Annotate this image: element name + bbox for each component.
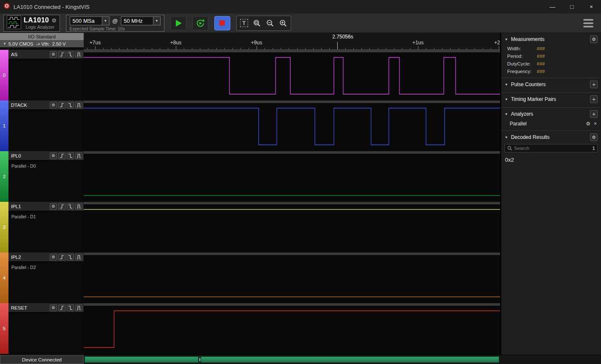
close-button[interactable]: × bbox=[582, 0, 601, 14]
sample-rate-select[interactable]: 50 MHz ▼ bbox=[121, 16, 161, 25]
trigger-rising-edge-button[interactable] bbox=[58, 254, 66, 261]
minimize-button[interactable]: — bbox=[543, 0, 562, 14]
stop-button[interactable] bbox=[214, 16, 230, 30]
channel-settings-gear-icon[interactable]: ⚙ bbox=[50, 51, 57, 58]
ruler-minor-tick bbox=[216, 48, 217, 49]
collapse-triangle-icon[interactable]: ▼ bbox=[505, 136, 508, 139]
measurement-row: Period:### bbox=[501, 52, 601, 60]
ruler-minor-tick bbox=[369, 48, 370, 49]
analyzer-remove-icon[interactable]: × bbox=[594, 121, 597, 127]
channel-color-strip[interactable]: 5 bbox=[0, 303, 8, 354]
zoom-in-button[interactable] bbox=[277, 17, 290, 30]
chevron-down-icon[interactable]: ▼ bbox=[153, 17, 160, 25]
trigger-pulse-button[interactable] bbox=[75, 304, 82, 311]
waveform-row-as[interactable] bbox=[84, 50, 500, 101]
ruler-minor-tick bbox=[103, 48, 104, 49]
channel-settings-gear-icon[interactable]: ⚙ bbox=[50, 304, 57, 311]
channel-settings-gear-icon[interactable]: ⚙ bbox=[50, 254, 57, 261]
view-position-handle[interactable] bbox=[198, 357, 201, 362]
channel-color-strip[interactable]: 2 bbox=[0, 151, 8, 202]
trigger-falling-edge-button[interactable] bbox=[67, 304, 74, 311]
collapse-triangle-icon[interactable]: ▼ bbox=[505, 83, 508, 87]
analyzer-settings-gear-icon[interactable]: ⚙ bbox=[586, 121, 590, 127]
trigger-rising-edge-button[interactable] bbox=[58, 203, 66, 210]
channel-settings-gear-icon[interactable]: ⚙ bbox=[50, 102, 57, 109]
measurements-settings-gear-icon[interactable]: ⚙ bbox=[590, 35, 598, 43]
trigger-rising-edge-button[interactable] bbox=[58, 304, 66, 311]
io-standard-header[interactable]: I/O Standard bbox=[0, 33, 84, 40]
add-timing-marker-pair-button[interactable]: + bbox=[590, 95, 598, 103]
trigger-pulse-button[interactable] bbox=[75, 254, 82, 261]
add-analyzer-button[interactable]: + bbox=[590, 110, 598, 118]
channel-subtitle: Parallel - D2 bbox=[11, 265, 84, 270]
stop-square-icon bbox=[219, 20, 225, 26]
trigger-rising-edge-button[interactable] bbox=[58, 152, 66, 159]
pulse-counters-header: ▼ Pulse Counters + bbox=[501, 78, 601, 90]
measurement-label: Width: bbox=[507, 46, 537, 51]
device-name: LA1010 bbox=[24, 16, 49, 24]
capture-overview-bar[interactable] bbox=[85, 356, 499, 363]
channel-color-strip[interactable]: 3 bbox=[0, 202, 8, 253]
ruler-label: +7us bbox=[90, 40, 101, 46]
waveform-row-reset[interactable] bbox=[84, 303, 500, 354]
trigger-falling-edge-button[interactable] bbox=[67, 102, 74, 109]
io-standard-value[interactable]: ▼5.0V CMOS -> Vth: 2.50 V bbox=[0, 40, 84, 47]
logic-waveform-icon bbox=[7, 16, 21, 31]
trigger-pulse-button[interactable] bbox=[75, 102, 82, 109]
device-texts: LA1010 ⚙ Logic Analyzer bbox=[24, 16, 57, 30]
waveform-row-ipl2[interactable] bbox=[84, 253, 500, 303]
add-pulse-counter-button[interactable]: + bbox=[590, 81, 598, 88]
ruler-major-tick bbox=[499, 46, 499, 49]
waveform-row-dtack[interactable] bbox=[84, 101, 500, 151]
ruler-major-tick bbox=[176, 46, 176, 49]
decoded-result-item[interactable]: 0x2 bbox=[501, 152, 601, 163]
trigger-falling-edge-button[interactable] bbox=[67, 254, 74, 261]
waveform-row-ipl0[interactable] bbox=[84, 151, 500, 202]
menu-bar-icon bbox=[583, 22, 593, 24]
trigger-falling-edge-button[interactable] bbox=[67, 152, 74, 159]
channel-settings-gear-icon[interactable]: ⚙ bbox=[50, 203, 57, 210]
trigger-rising-edge-button[interactable] bbox=[58, 51, 66, 58]
trigger-falling-edge-button[interactable] bbox=[67, 51, 74, 58]
measurements-section: ▼ Measurements ⚙ Width:###Period:###Duty… bbox=[501, 33, 601, 78]
trigger-rising-edge-button[interactable] bbox=[58, 102, 66, 109]
measurement-row: Frequency:### bbox=[501, 68, 601, 75]
device-settings-gear-icon[interactable]: ⚙ bbox=[52, 17, 57, 24]
collapse-triangle-icon[interactable]: ▼ bbox=[505, 98, 508, 101]
trigger-falling-edge-button[interactable] bbox=[67, 203, 74, 210]
trigger-pulse-button[interactable] bbox=[75, 203, 82, 210]
channel-color-strip[interactable]: 4 bbox=[0, 253, 8, 303]
sample-config-box: 500 MSa ▼ @ 50 MHz ▼ Expected Sample Tim… bbox=[66, 15, 164, 32]
channel-color-strip[interactable]: 1 bbox=[0, 101, 8, 151]
collapse-triangle-icon[interactable]: ▼ bbox=[505, 38, 508, 41]
zoom-out-button[interactable] bbox=[264, 17, 277, 30]
channel-name: DTACK bbox=[10, 103, 49, 108]
chevron-down-icon[interactable]: ▼ bbox=[102, 17, 109, 25]
repeated-run-button[interactable] bbox=[192, 16, 208, 30]
time-ruler[interactable]: +7us+8us+9us2.75056s+1us+2 bbox=[84, 33, 500, 50]
maximize-button[interactable]: □ bbox=[562, 0, 582, 14]
trigger-pulse-button[interactable] bbox=[75, 51, 82, 58]
run-button[interactable] bbox=[170, 16, 186, 30]
ruler-minor-tick bbox=[152, 48, 152, 49]
analyzer-item[interactable]: Parallel⚙× bbox=[501, 120, 601, 128]
search-input[interactable] bbox=[514, 146, 591, 151]
main-menu-button[interactable] bbox=[583, 19, 593, 27]
channel-color-strip[interactable]: 0 bbox=[0, 50, 8, 101]
signal-trace-ipl1 bbox=[84, 204, 500, 253]
decoded-results-list: 0x2 bbox=[501, 152, 601, 163]
sample-depth-select[interactable]: 500 MSa ▼ bbox=[70, 16, 109, 25]
channel-settings-gear-icon[interactable]: ⚙ bbox=[50, 152, 57, 159]
pulse-counters-title: Pulse Counters bbox=[511, 81, 587, 87]
channel-ipl2: 4IPL2⚙Parallel - D2 bbox=[0, 253, 84, 303]
menu-bar-icon bbox=[583, 19, 593, 21]
play-icon bbox=[174, 19, 183, 28]
waveform-row-ipl1[interactable] bbox=[84, 202, 500, 253]
ruler-minor-tick bbox=[378, 48, 378, 49]
ruler-label: +1us bbox=[413, 40, 423, 46]
decoded-results-settings-gear-icon[interactable]: ⚙ bbox=[590, 133, 598, 141]
zoom-fit-button[interactable] bbox=[251, 17, 264, 30]
collapse-triangle-icon[interactable]: ▼ bbox=[505, 112, 508, 116]
trigger-pulse-button[interactable] bbox=[75, 152, 82, 159]
trigger-marker-button[interactable]: T bbox=[238, 17, 251, 30]
